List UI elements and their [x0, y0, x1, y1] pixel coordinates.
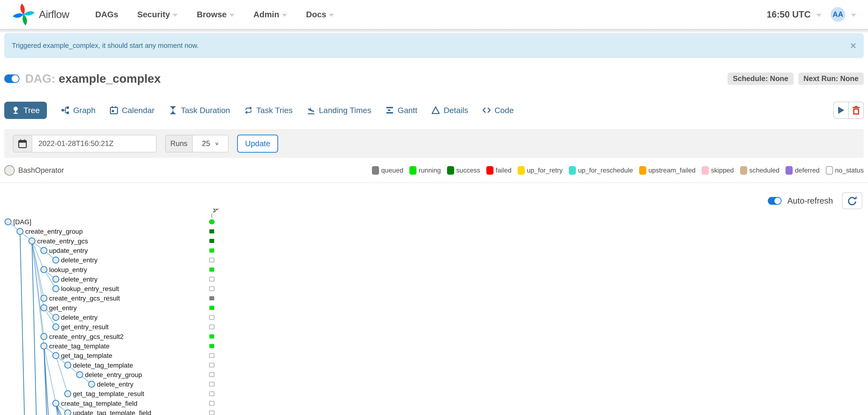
tab-calendar[interactable]: Calendar [110, 106, 154, 115]
nav-item-admin[interactable]: Admin [253, 10, 287, 19]
task-status-square[interactable] [210, 306, 214, 310]
task-name[interactable]: delete_entry [97, 381, 133, 388]
task-status-square[interactable] [210, 258, 214, 262]
nav-item-docs[interactable]: Docs [306, 10, 334, 19]
tree-task-node[interactable]: update_entry [41, 247, 214, 254]
task-node-circle[interactable] [53, 286, 59, 292]
task-status-square[interactable] [210, 392, 214, 396]
tree-task-node[interactable]: delete_entry [53, 314, 214, 321]
tree-task-node[interactable]: create_entry_gcs_result [41, 295, 214, 302]
delete-dag-button[interactable] [848, 102, 864, 119]
task-status-square[interactable] [210, 363, 214, 367]
tab-gantt[interactable]: Gantt [385, 106, 417, 115]
legend-status-up_for_reschedule[interactable]: up_for_reschedule [569, 166, 633, 175]
dag-run-status-circle[interactable] [209, 219, 215, 224]
tree-task-node[interactable]: get_tag_template_result [65, 390, 214, 397]
tree-task-node[interactable]: get_entry [41, 304, 214, 312]
task-status-square[interactable] [210, 230, 214, 233]
legend-status-failed[interactable]: failed [486, 166, 512, 175]
tree-task-node[interactable]: delete_entry [53, 257, 214, 264]
task-name[interactable]: update_tag_template_field [73, 409, 151, 415]
task-node-circle[interactable] [89, 381, 95, 387]
legend-status-deferred[interactable]: deferred [785, 166, 819, 175]
task-name[interactable]: create_entry_gcs [37, 237, 88, 245]
task-status-square[interactable] [210, 354, 214, 358]
task-status-square[interactable] [210, 373, 214, 377]
task-node-circle[interactable] [41, 343, 47, 349]
task-status-square[interactable] [210, 325, 214, 329]
task-status-square[interactable] [210, 239, 214, 243]
task-node-circle[interactable] [29, 238, 35, 244]
user-avatar[interactable]: AA [831, 7, 845, 22]
tree-task-node[interactable]: create_entry_gcs_result2 [41, 333, 214, 340]
tree-task-node[interactable]: create_entry_group [17, 228, 214, 235]
task-status-square[interactable] [210, 316, 214, 320]
tree-task-node[interactable]: create_tag_template [41, 343, 214, 350]
task-status-square[interactable] [210, 268, 214, 272]
base-date-input[interactable] [32, 135, 157, 152]
tree-task-node[interactable]: get_tag_template [53, 352, 214, 359]
tab-graph[interactable]: Graph [61, 106, 96, 115]
task-node-circle[interactable] [5, 219, 11, 225]
task-name[interactable]: delete_tag_template [73, 362, 133, 369]
tree-task-node[interactable]: create_entry_gcs [29, 237, 214, 245]
task-status-square[interactable] [210, 344, 214, 348]
task-node-circle[interactable] [53, 257, 59, 263]
task-status-square[interactable] [210, 334, 214, 338]
tree-task-node[interactable]: get_entry_result [53, 323, 214, 331]
dag-pause-toggle[interactable] [4, 75, 20, 83]
task-node-circle[interactable] [65, 362, 71, 368]
task-node-circle[interactable] [53, 352, 59, 359]
task-name[interactable]: delete_entry [61, 314, 98, 321]
alert-close-icon[interactable]: × [850, 41, 856, 51]
update-button[interactable]: Update [237, 135, 278, 153]
task-node-circle[interactable] [65, 391, 71, 397]
tree-task-node[interactable]: update_tag_template_field [65, 409, 214, 415]
task-name[interactable]: lookup_entry [49, 266, 87, 273]
legend-status-scheduled[interactable]: scheduled [740, 166, 780, 175]
legend-status-upstream_failed[interactable]: upstream_failed [639, 166, 695, 175]
task-name[interactable]: create_tag_template_field [61, 400, 137, 407]
task-node-circle[interactable] [53, 400, 59, 407]
legend-status-success[interactable]: success [447, 166, 480, 175]
task-node-circle[interactable] [41, 305, 47, 311]
legend-status-up_for_retry[interactable]: up_for_retry [518, 166, 563, 175]
tree-task-node[interactable]: delete_tag_template [65, 362, 214, 369]
tab-tree[interactable]: Tree [4, 102, 47, 119]
tree-task-node[interactable]: delete_entry [53, 276, 214, 283]
autorefresh-toggle[interactable] [768, 197, 781, 205]
tab-code[interactable]: Code [482, 106, 514, 115]
task-node-circle[interactable] [76, 372, 83, 378]
tree-task-node[interactable]: create_tag_template_field [53, 400, 214, 407]
task-name[interactable]: delete_entry [61, 276, 98, 283]
task-node-circle[interactable] [53, 276, 59, 282]
task-node-circle[interactable] [53, 314, 59, 320]
task-name[interactable]: [DAG] [13, 218, 31, 226]
tree-task-node[interactable]: delete_entry_group [76, 371, 214, 379]
task-node-circle[interactable] [41, 267, 47, 273]
task-status-square[interactable] [210, 287, 214, 291]
utc-clock[interactable]: 16:50 UTC [767, 9, 811, 20]
num-runs-select[interactable]: 25 ∨ [193, 135, 228, 152]
legend-status-skipped[interactable]: skipped [702, 166, 734, 175]
trigger-dag-button[interactable] [833, 102, 848, 119]
task-node-circle[interactable] [41, 295, 47, 301]
tab-details[interactable]: Details [431, 106, 468, 115]
task-node-circle[interactable] [65, 410, 71, 415]
task-name[interactable]: get_entry_result [61, 323, 109, 331]
refresh-button[interactable] [842, 192, 862, 209]
task-status-square[interactable] [210, 401, 214, 405]
legend-status-queued[interactable]: queued [372, 166, 403, 175]
task-status-square[interactable] [210, 296, 214, 300]
task-status-square[interactable] [210, 248, 214, 253]
task-name[interactable]: create_tag_template [49, 343, 110, 350]
task-name[interactable]: create_entry_group [25, 228, 83, 235]
task-status-square[interactable] [210, 411, 214, 415]
task-name[interactable]: lookup_entry_result [61, 285, 119, 293]
task-node-circle[interactable] [17, 228, 23, 234]
nav-item-browse[interactable]: Browse [197, 10, 234, 19]
tab-task-tries[interactable]: Task Tries [244, 106, 292, 115]
task-node-circle[interactable] [53, 324, 59, 330]
task-name[interactable]: get_tag_template [61, 352, 112, 359]
task-name[interactable]: get_tag_template_result [73, 390, 144, 397]
